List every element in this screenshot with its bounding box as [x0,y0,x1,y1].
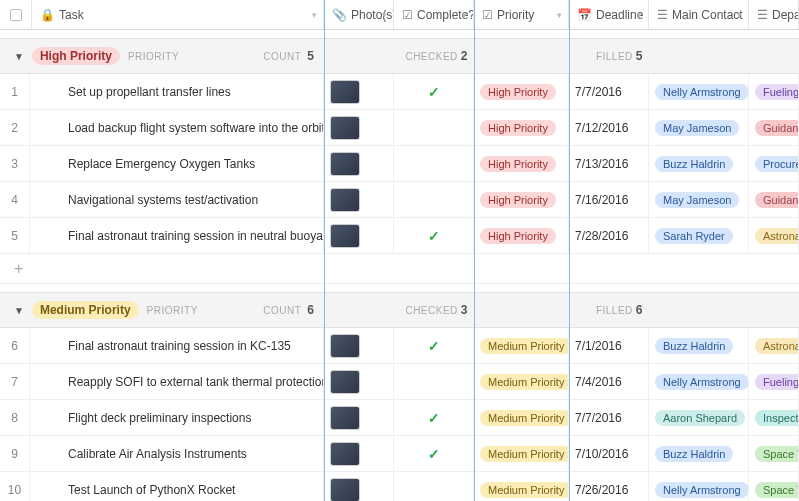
priority-cell[interactable]: High Priority [474,182,569,217]
complete-cell[interactable]: ✓ [394,74,474,109]
table-row[interactable]: 2 Load backup flight system software int… [0,110,799,146]
contact-cell[interactable]: Buzz Haldrin [649,436,749,471]
deadline-cell[interactable]: 7/16/2016 [569,182,649,217]
task-cell[interactable]: Calibrate Air Analysis Instruments [30,436,324,471]
photo-cell[interactable] [324,472,394,501]
task-cell[interactable]: Replace Emergency Oxygen Tanks [30,146,324,181]
group-header[interactable]: ▼ High Priority PRIORITY COUNT 5 CHECKED… [0,38,799,74]
priority-cell[interactable]: High Priority [474,218,569,253]
priority-cell[interactable]: Medium Priority [474,436,569,471]
contact-cell[interactable]: Nelly Armstrong [649,472,749,501]
dept-cell[interactable]: Guidanc [749,110,799,145]
priority-cell[interactable]: High Priority [474,74,569,109]
photo-cell[interactable] [324,364,394,399]
dept-cell[interactable]: Space T [749,472,799,501]
priority-cell[interactable]: Medium Priority [474,400,569,435]
chevron-down-icon: ▾ [737,10,742,20]
deadline-cell[interactable]: 7/26/2016 [569,472,649,501]
task-cell[interactable]: Load backup flight system software into … [30,110,324,145]
photo-cell[interactable] [324,110,394,145]
task-cell[interactable]: Flight deck preliminary inspections [30,400,324,435]
task-cell[interactable]: Set up propellant transfer lines [30,74,324,109]
dept-cell[interactable]: Astrona [749,328,799,363]
dept-cell[interactable]: Guidanc [749,182,799,217]
priority-cell[interactable]: High Priority [474,110,569,145]
priority-pill: Medium Priority [480,410,569,426]
complete-cell[interactable]: ✓ [394,328,474,363]
collapse-icon[interactable]: ▼ [14,51,24,62]
dept-cell[interactable]: Astrona [749,218,799,253]
complete-cell[interactable]: ✓ [394,436,474,471]
contact-cell[interactable]: Nelly Armstrong [649,364,749,399]
add-row-button[interactable]: + [0,254,799,284]
select-all-checkbox[interactable] [0,0,32,29]
column-separator [569,0,570,501]
dept-pill: Fueling [755,374,799,390]
checked-value: 2 [461,49,468,63]
column-header-task[interactable]: 🔒Task▾ [32,0,324,29]
task-cell[interactable]: Navigational systems test/activation [30,182,324,217]
complete-cell[interactable] [394,182,474,217]
task-cell[interactable]: Test Launch of PythonX Rocket [30,472,324,501]
column-header-priority[interactable]: ☑Priority▾ [474,0,569,29]
complete-cell[interactable] [394,472,474,501]
priority-pill: High Priority [480,192,556,208]
photo-cell[interactable] [324,400,394,435]
complete-cell[interactable]: ✓ [394,400,474,435]
table-row[interactable]: 4 Navigational systems test/activation H… [0,182,799,218]
complete-cell[interactable] [394,110,474,145]
deadline-cell[interactable]: 7/1/2016 [569,328,649,363]
photo-cell[interactable] [324,218,394,253]
task-cell[interactable]: Final astronaut training session in neut… [30,218,324,253]
dept-cell[interactable]: Procure [749,146,799,181]
deadline-cell[interactable]: 7/12/2016 [569,110,649,145]
table-row[interactable]: 5 Final astronaut training session in ne… [0,218,799,254]
priority-cell[interactable]: Medium Priority [474,328,569,363]
deadline-cell[interactable]: 7/4/2016 [569,364,649,399]
priority-cell[interactable]: Medium Priority [474,472,569,501]
contact-cell[interactable]: Aaron Shepard [649,400,749,435]
complete-cell[interactable] [394,146,474,181]
photo-cell[interactable] [324,74,394,109]
column-header-complete[interactable]: ☑Complete?▾ [394,0,474,29]
contact-cell[interactable]: Buzz Haldrin [649,328,749,363]
collapse-icon[interactable]: ▼ [14,305,24,316]
photo-cell[interactable] [324,182,394,217]
dept-cell[interactable]: Fueling [749,74,799,109]
contact-cell[interactable]: Buzz Haldrin [649,146,749,181]
photo-cell[interactable] [324,146,394,181]
deadline-cell[interactable]: 7/7/2016 [569,74,649,109]
column-header-contact[interactable]: ☰Main Contact▾ [649,0,749,29]
dept-cell[interactable]: Space T [749,436,799,471]
column-header-deadline[interactable]: 📅Deadline▾ [569,0,649,29]
contact-cell[interactable]: May Jameson [649,182,749,217]
contact-cell[interactable]: May Jameson [649,110,749,145]
table-row[interactable]: 1 Set up propellant transfer lines ✓ Hig… [0,74,799,110]
column-header-dept[interactable]: ☰Depar [749,0,799,29]
photo-cell[interactable] [324,328,394,363]
group-header[interactable]: ▼ Medium Priority PRIORITY COUNT 6 CHECK… [0,292,799,328]
complete-cell[interactable]: ✓ [394,218,474,253]
dept-cell[interactable]: Inspecti [749,400,799,435]
priority-cell[interactable]: Medium Priority [474,364,569,399]
table-row[interactable]: 8 Flight deck preliminary inspections ✓ … [0,400,799,436]
task-cell[interactable]: Final astronaut training session in KC-1… [30,328,324,363]
contact-cell[interactable]: Nelly Armstrong [649,74,749,109]
deadline-cell[interactable]: 7/7/2016 [569,400,649,435]
table-row[interactable]: 7 Reapply SOFI to external tank thermal … [0,364,799,400]
column-header-photos[interactable]: 📎Photo(s)▾ [324,0,394,29]
table-row[interactable]: 3 Replace Emergency Oxygen Tanks High Pr… [0,146,799,182]
table-row[interactable]: 6 Final astronaut training session in KC… [0,328,799,364]
dept-cell[interactable]: Fueling [749,364,799,399]
deadline-cell[interactable]: 7/28/2016 [569,218,649,253]
contact-cell[interactable]: Sarah Ryder [649,218,749,253]
complete-cell[interactable] [394,364,474,399]
photo-cell[interactable] [324,436,394,471]
table-row[interactable]: 10 Test Launch of PythonX Rocket Medium … [0,472,799,501]
deadline-cell[interactable]: 7/13/2016 [569,146,649,181]
priority-cell[interactable]: High Priority [474,146,569,181]
task-cell[interactable]: Reapply SOFI to external tank thermal pr… [30,364,324,399]
table-row[interactable]: 9 Calibrate Air Analysis Instruments ✓ M… [0,436,799,472]
thumbnail-icon [330,152,360,176]
deadline-cell[interactable]: 7/10/2016 [569,436,649,471]
